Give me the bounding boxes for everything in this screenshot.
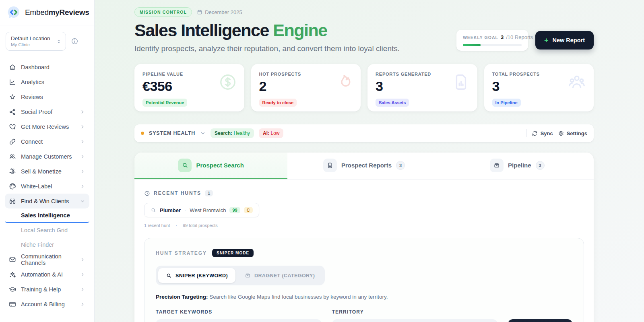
palette-icon (9, 183, 16, 190)
hunt-location: West Bromwich (190, 207, 226, 213)
separator-dot: · (184, 207, 186, 213)
date-text: December 2025 (205, 9, 242, 15)
sidebar-item-label: Social Proof (21, 109, 75, 115)
date-chip: December 2025 (197, 9, 242, 15)
launch-button[interactable]: LAUNCH (508, 319, 572, 322)
tab-count-badge: 3 (536, 161, 545, 170)
flame-icon (335, 73, 353, 91)
search-icon (166, 272, 172, 279)
new-report-label: New Report (552, 37, 585, 43)
chevron-right-icon (80, 301, 85, 307)
status-dot-icon (141, 132, 144, 135)
ai-health-chip: AI: Low (259, 128, 283, 138)
dollar-circle-icon (219, 73, 237, 91)
sidebar-item-account-billing[interactable]: Account & Billing (5, 297, 89, 312)
gear-icon (558, 130, 564, 136)
sync-button[interactable]: Sync (532, 130, 553, 136)
sidebar-item-white-label[interactable]: White-Label (5, 179, 89, 194)
tab-prospect-reports[interactable]: Prospect Reports 3 (287, 153, 440, 179)
sidebar-item-reviews[interactable]: Reviews (5, 89, 89, 104)
sidebar-item-social-proof[interactable]: Social Proof (5, 104, 89, 119)
sidebar-item-sell-monetize[interactable]: Sell & Monetize (5, 164, 89, 179)
chevron-right-icon (80, 257, 85, 262)
sidebar-item-manage-customers[interactable]: Manage Customers (5, 149, 89, 164)
location-selector[interactable]: Default Location My Clinic (6, 32, 66, 51)
brand-logo[interactable]: EmbedmyReviews (5, 0, 89, 25)
hunt-keyword: Plumber (160, 207, 181, 213)
tab-label: Prospect Search (196, 162, 244, 169)
chart-icon (9, 78, 16, 86)
binoculars-icon (9, 198, 16, 205)
info-icon[interactable] (71, 37, 78, 45)
recent-hunt-chip[interactable]: Plumber · West Bromwich 99 C (144, 203, 259, 217)
sidebar-item-label: Dashboard (21, 64, 85, 70)
goal-label: WEEKLY GOAL (463, 35, 498, 40)
sidebar-item-dashboard[interactable]: Dashboard (5, 60, 89, 74)
sidebar-item-get-more-reviews[interactable]: Get More Reviews (5, 119, 89, 134)
toggle-label: SNIPER (KEYWORD) (175, 273, 228, 279)
plus-icon: + (544, 36, 549, 45)
stat-badge: In Pipeline (492, 99, 521, 107)
tab-prospect-search[interactable]: Prospect Search (134, 153, 287, 179)
sidebar-item-label: Training & Help (21, 286, 75, 293)
tab-pipeline[interactable]: Pipeline 3 (441, 153, 594, 179)
calendar-icon (197, 9, 202, 15)
chevron-right-icon (80, 139, 85, 144)
stat-badge: Potential Revenue (142, 99, 187, 107)
sidebar-item-automation-ai[interactable]: Automation & AI (5, 267, 89, 282)
chevron-right-icon (80, 169, 85, 174)
target-keywords-label: TARGET KEYWORDS (156, 309, 322, 315)
recent-hunts-count: 1 (205, 190, 213, 196)
sidebar-item-label: Manage Customers (21, 153, 75, 160)
territory-input[interactable] (332, 319, 498, 322)
target-keywords-input[interactable] (156, 319, 322, 322)
stat-card-reports-generated: REPORTS GENERATED 3 Sales Assets (367, 64, 477, 111)
sidebar-item-connect[interactable]: Connect (5, 134, 89, 149)
graduation-cap-icon (9, 286, 16, 293)
main-content: MISSION CONTROL December 2025 Sales Inte… (95, 0, 644, 322)
settings-label: Settings (567, 130, 587, 136)
system-health-label: SYSTEM HEALTH (149, 130, 195, 136)
heart-plus-icon (9, 123, 16, 130)
sidebar-item-training-help[interactable]: Training & Help (5, 282, 89, 297)
toggle-sniper-keyword[interactable]: SNIPER (KEYWORD) (158, 268, 235, 283)
tab-label: Prospect Reports (341, 162, 392, 169)
hunt-strategy-card: HUNT STRATEGY SNIPER MODE SNIPER (KEYWOR… (144, 238, 584, 322)
archive-icon (490, 159, 504, 172)
stat-card-pipeline-value: PIPELINE VALUE €356 Potential Revenue (134, 64, 244, 111)
sidebar-item-label: Automation & AI (21, 271, 75, 278)
sidebar-item-label: Connect (21, 138, 75, 145)
chevron-right-icon (80, 272, 85, 277)
chevron-right-icon (80, 154, 85, 159)
stat-badge: Ready to close (259, 99, 297, 107)
mail-icon (9, 256, 16, 263)
goal-progress-track (463, 44, 522, 46)
brand-name: EmbedmyReviews (25, 8, 89, 17)
sidebar-item-find-win-clients[interactable]: Find & Win Clients (5, 194, 89, 208)
hunt-grade-badge: C (244, 207, 253, 213)
star-icon (9, 93, 16, 101)
report-doc-icon (323, 159, 337, 172)
page-header: MISSION CONTROL December 2025 Sales Inte… (134, 7, 594, 53)
sidebar-item-communication-channels[interactable]: Communication Channels (5, 252, 89, 267)
sidebar-item-analytics[interactable]: Analytics (5, 74, 89, 89)
sparkles-icon (9, 271, 16, 278)
stat-card-total-prospects: TOTAL PROSPECTS 3 In Pipeline (484, 64, 594, 111)
sidebar-item-label: Account & Billing (21, 301, 75, 308)
sidebar-item-label: Sell & Monetize (21, 168, 75, 175)
sidebar-subitem-sales-intelligence[interactable]: Sales Intelligence (5, 208, 89, 223)
sidebar-subitem-local-search-grid[interactable]: Local Search Grid (5, 223, 89, 237)
chevron-right-icon (80, 124, 85, 130)
sidebar-item-label: Communication Channels (21, 253, 75, 266)
settings-button[interactable]: Settings (558, 130, 587, 136)
app-window: EmbedmyReviews Default Location My Clini… (0, 0, 644, 322)
share-icon (9, 108, 16, 116)
clock-icon (144, 190, 150, 196)
chevron-down-icon[interactable] (200, 130, 206, 136)
new-report-button[interactable]: + New Report (535, 31, 594, 50)
recent-hunts-header: RECENT HUNTS 1 (144, 190, 584, 196)
sidebar-item-label: Analytics (21, 79, 85, 85)
toggle-dragnet-category[interactable]: DRAGNET (CATEGORY) (237, 268, 322, 283)
sidebar-subitem-niche-finder[interactable]: Niche Finder (5, 237, 89, 252)
sidebar: EmbedmyReviews Default Location My Clini… (0, 0, 95, 322)
